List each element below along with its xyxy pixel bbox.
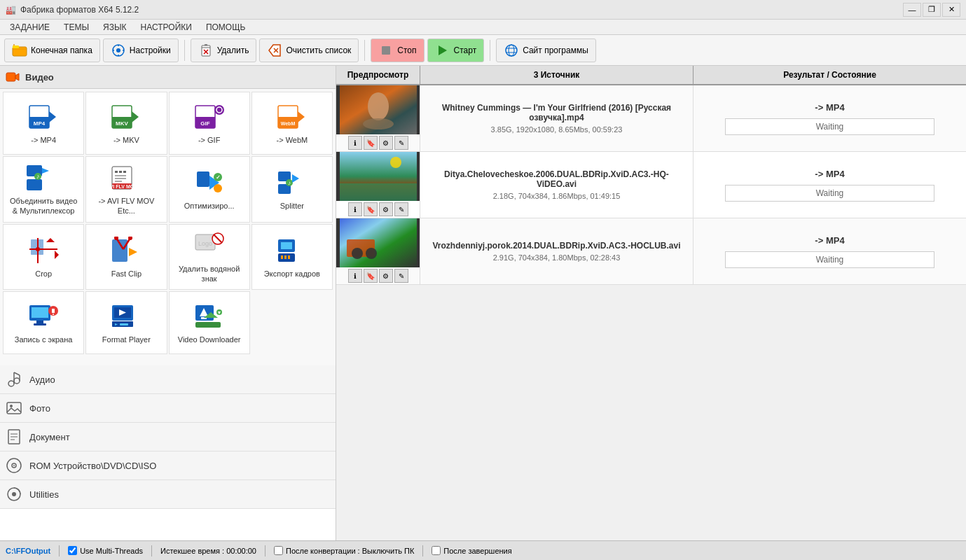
status-badge-3: Waiting: [725, 251, 934, 268]
after-finish-checkbox[interactable]: [432, 546, 441, 555]
optimize-label: Оптимизиро...: [184, 201, 235, 211]
edit-btn-3[interactable]: ✎: [394, 269, 408, 283]
menu-yazyk[interactable]: ЯЗЫК: [96, 21, 134, 34]
settings-btn-3[interactable]: ⚙: [379, 269, 393, 283]
menu-zadanie[interactable]: ЗАДАНИЕ: [3, 21, 57, 34]
file-source-3: Vrozhdenniyj.porok.2014.DUAL.BDRip.XviD.…: [420, 218, 694, 284]
table-row[interactable]: ℹ 🔖 ⚙ ✎ Whitney Cummings — I'm Your Girl…: [336, 85, 966, 152]
splitter-item[interactable]: ♪ Splitter: [251, 156, 333, 223]
video-section-header[interactable]: Видео: [0, 66, 336, 89]
export-item[interactable]: Экспорт кадров: [251, 224, 333, 290]
bookmark-btn-1[interactable]: 🔖: [364, 136, 378, 150]
edit-btn-1[interactable]: ✎: [394, 136, 408, 150]
info-btn-3[interactable]: ℹ: [348, 269, 362, 283]
thumbnail-3: [336, 218, 420, 267]
delete-icon: [198, 43, 214, 58]
screen-icon: [25, 301, 62, 332]
file-source-2: Ditya.Chelovecheskoe.2006.DUAL.BDRip.Xvi…: [420, 152, 694, 218]
photo-section[interactable]: Фото: [0, 394, 336, 423]
watermark-item[interactable]: Logo Удалить водяной знак: [169, 224, 250, 290]
menu-pomoshch[interactable]: ПОМОЩЬ: [199, 21, 252, 34]
file-preview-2: ℹ 🔖 ⚙ ✎: [336, 152, 420, 218]
svg-point-119: [12, 492, 16, 496]
optimize-icon: ✓: [191, 167, 228, 198]
document-section[interactable]: Документ: [0, 423, 336, 451]
minimize-button[interactable]: —: [903, 3, 921, 17]
restore-button[interactable]: ❐: [923, 3, 941, 17]
to-webm-item[interactable]: WebM -> WebM: [251, 92, 333, 155]
bookmark-btn-3[interactable]: 🔖: [364, 269, 378, 283]
status-sep-1: [59, 545, 60, 556]
splitter-label: Splitter: [280, 201, 304, 211]
svg-point-15: [506, 45, 517, 56]
merge-item[interactable]: ♪ Объединить видео & Мультиплексор: [3, 156, 84, 223]
splitter-icon: ♪: [274, 167, 310, 198]
fastclip-item[interactable]: Fast Clip: [85, 224, 167, 290]
svg-rect-87: [34, 323, 46, 326]
utilities-section[interactable]: Utilities: [0, 480, 336, 509]
clear-button[interactable]: Очистить список: [259, 38, 359, 62]
file-preview-1: ℹ 🔖 ⚙ ✎: [336, 85, 420, 151]
svg-point-55: [214, 184, 222, 192]
svg-point-104: [8, 381, 14, 386]
stop-button[interactable]: Стоп: [371, 38, 424, 62]
app-title: Фабрика форматов X64 5.12.2: [20, 5, 139, 15]
audio-label: Аудио: [29, 374, 55, 385]
format-player-item[interactable]: Format Player: [85, 291, 167, 354]
to-gif-item[interactable]: GIF -> GIF: [169, 92, 250, 155]
photo-icon: [6, 400, 22, 416]
svg-rect-40: [27, 179, 42, 190]
settings-btn-1[interactable]: ⚙: [379, 136, 393, 150]
downloader-item[interactable]: ▼ Video Downloader: [169, 291, 250, 354]
document-icon: [6, 428, 22, 445]
audio-section[interactable]: Аудио: [0, 365, 336, 394]
bookmark-btn-2[interactable]: 🔖: [364, 202, 378, 216]
info-btn-2[interactable]: ℹ: [348, 202, 362, 216]
toolbar-sep-2: [364, 40, 365, 61]
app-icon: 🏭: [6, 5, 16, 15]
svg-point-122: [363, 118, 394, 130]
multithreads-checkbox-label[interactable]: Use Multi-Threads: [68, 546, 143, 555]
disc-icon: [6, 457, 22, 474]
web-icon: [504, 43, 519, 58]
screen-item[interactable]: Запись с экрана: [3, 291, 84, 354]
to-mp4-label: -> MP4: [31, 135, 56, 145]
to-mp4-item[interactable]: MP4 -> MP4: [3, 92, 84, 155]
rom-section[interactable]: ROM Устройство\DVD\CD\ISO: [0, 451, 336, 480]
after-convert-text: После конвертации : Выключить ПК: [286, 547, 414, 555]
svg-rect-2: [13, 44, 15, 46]
to-webm-label: -> WebM: [277, 135, 308, 145]
svg-text:MP4: MP4: [34, 120, 46, 127]
delete-label: Удалить: [217, 46, 249, 55]
table-row[interactable]: ℹ 🔖 ⚙ ✎ Ditya.Chelovecheskoe.2006.DUAL.B…: [336, 152, 966, 218]
settings-btn-2[interactable]: ⚙: [379, 202, 393, 216]
multithreads-checkbox[interactable]: [68, 546, 77, 555]
delete-button[interactable]: Удалить: [191, 38, 257, 62]
start-button[interactable]: Старт: [427, 38, 485, 62]
toolbar-sep-3: [490, 40, 490, 61]
to-avi-item[interactable]: AVI FLV MOV -> AVI FLV MOV Etc...: [85, 156, 167, 223]
thumbnail-1: [336, 85, 420, 134]
svg-marker-24: [49, 111, 56, 122]
crop-item[interactable]: Crop: [3, 224, 84, 290]
edit-btn-2[interactable]: ✎: [394, 202, 408, 216]
svg-point-124: [390, 157, 401, 168]
after-convert-label[interactable]: После конвертации : Выключить ПК: [274, 546, 414, 555]
output-folder-button[interactable]: Конечная папка: [4, 38, 100, 62]
after-finish-label[interactable]: После завершения: [432, 546, 511, 555]
to-mkv-item[interactable]: MKV -> MKV: [85, 92, 167, 155]
close-button[interactable]: ✕: [942, 3, 960, 17]
website-button[interactable]: Сайт программы: [496, 38, 596, 62]
info-btn-1[interactable]: ℹ: [348, 136, 362, 150]
table-row[interactable]: ℹ 🔖 ⚙ ✎ Vrozhdenniyj.porok.2014.DUAL.BDR…: [336, 218, 966, 285]
crop-icon: [25, 235, 62, 266]
menu-nastroyki[interactable]: НАСТРОЙКИ: [134, 21, 199, 34]
menu-temy[interactable]: ТЕМЫ: [57, 21, 96, 34]
settings-button[interactable]: Настройки: [103, 38, 179, 62]
audio-icon: [6, 371, 22, 388]
main-content: Видео MP4 -> MP4: [0, 66, 966, 540]
svg-text:MKV: MKV: [116, 120, 128, 127]
optimize-item[interactable]: ✓ Оптимизиро...: [169, 156, 250, 223]
video-grid: MP4 -> MP4 MKV -> MKV: [0, 89, 336, 357]
after-convert-checkbox[interactable]: [274, 546, 283, 555]
